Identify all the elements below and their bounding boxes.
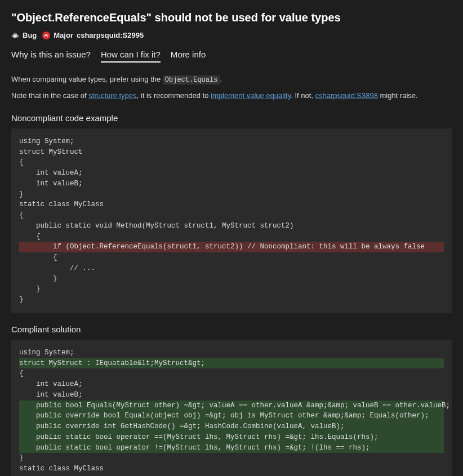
- link-implement-value-equality[interactable]: implement value equality: [211, 91, 291, 100]
- compliant-code: using System;struct MyStruct : IEquatabl…: [19, 348, 444, 476]
- severity-label: Major: [54, 31, 73, 39]
- rule-id: csharpsquid:S2995: [77, 31, 144, 39]
- note-p2: , it is recommended to: [137, 91, 211, 100]
- tab-how-fix[interactable]: How can I fix it?: [101, 50, 161, 63]
- code-line: {: [19, 210, 444, 221]
- note-p1: Note that in the case of: [11, 91, 88, 100]
- code-line: // ...: [19, 263, 444, 274]
- code-line: }: [19, 189, 444, 200]
- code-line: }: [19, 274, 444, 284]
- code-line-compliant-highlight: public bool Equals(MyStruct other) =&gt;…: [19, 401, 444, 411]
- code-line-compliant-highlight: public override bool Equals(object obj) …: [19, 411, 444, 421]
- tabs: Why is this an issue? How can I fix it? …: [11, 50, 452, 63]
- intro-suffix: .: [220, 75, 222, 83]
- code-line: int valueA;: [19, 168, 444, 179]
- code-line: }: [19, 284, 444, 295]
- code-line-compliant-highlight: struct MyStruct : IEquatable&lt;MyStruct…: [19, 358, 444, 369]
- code-line: static class MyClass: [19, 199, 444, 210]
- code-line: using System;: [19, 136, 444, 147]
- code-line: int valueB;: [19, 390, 444, 401]
- page-title: "Object.ReferenceEquals" should not be u…: [11, 11, 452, 24]
- code-line: {: [19, 368, 444, 379]
- compliant-header: Compliant solution: [11, 324, 452, 334]
- intro-paragraph: When comparing value types, prefer using…: [11, 74, 452, 86]
- intro-code: Object.Equals: [163, 75, 220, 84]
- code-line: }: [19, 295, 444, 305]
- intro-prefix: When comparing value types, prefer using…: [11, 75, 163, 83]
- tab-why-issue[interactable]: Why is this an issue?: [11, 50, 91, 63]
- code-line: public static void Method(MyStruct struc…: [19, 221, 444, 232]
- note-p4: might raise.: [378, 91, 418, 100]
- code-line-noncompliant-highlight: if (Object.ReferenceEquals(struct1, stru…: [19, 242, 444, 252]
- bug-icon: [11, 32, 19, 39]
- link-rule-s3898[interactable]: csharpsquid:S3898: [315, 91, 378, 100]
- note-p3: . If not,: [291, 91, 315, 100]
- code-line-compliant-highlight: public override int GetHashCode() =&gt; …: [19, 421, 444, 432]
- compliant-code-block: using System;struct MyStruct : IEquatabl…: [11, 340, 452, 476]
- svg-point-0: [14, 34, 16, 37]
- code-line: struct MyStruct: [19, 147, 444, 158]
- major-severity-icon: [42, 32, 50, 39]
- meta-row: Bug Major csharpsquid:S2995: [11, 31, 452, 39]
- link-structure-types[interactable]: structure types: [88, 91, 136, 100]
- code-line: int valueA;: [19, 379, 444, 390]
- tab-more-info[interactable]: More info: [171, 50, 206, 63]
- code-line: int valueB;: [19, 179, 444, 189]
- bug-label: Bug: [23, 31, 37, 39]
- code-line: using System;: [19, 348, 444, 358]
- note-paragraph: Note that in the case of structure types…: [11, 90, 452, 102]
- code-line: {: [19, 157, 444, 168]
- code-line: {: [19, 232, 444, 242]
- code-line: static class MyClass: [19, 464, 444, 474]
- code-line: }: [19, 453, 444, 464]
- noncompliant-code: using System;struct MyStruct{ int valueA…: [19, 136, 444, 305]
- code-line: {: [19, 252, 444, 263]
- code-line-compliant-highlight: public static bool operator !=(MyStruct …: [19, 443, 444, 453]
- noncompliant-header: Noncompliant code example: [11, 113, 452, 123]
- noncompliant-code-block: using System;struct MyStruct{ int valueA…: [11, 128, 452, 313]
- code-line-compliant-highlight: public static bool operator ==(MyStruct …: [19, 432, 444, 443]
